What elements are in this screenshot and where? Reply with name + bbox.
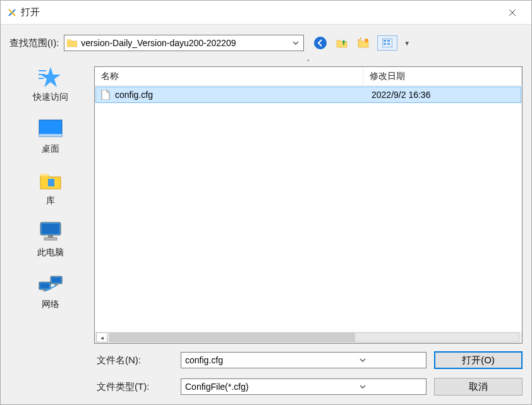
svg-rect-18 <box>39 134 62 136</box>
file-row[interactable]: config.cfg 2022/9/2 16:36 <box>95 87 521 103</box>
place-quick-access[interactable]: 快速访问 <box>33 65 68 103</box>
horizontal-scrollbar[interactable]: ◂ <box>95 332 522 343</box>
file-icon <box>100 89 111 100</box>
place-network[interactable]: 网络 <box>38 272 63 310</box>
column-date[interactable]: 修改日期 <box>363 67 522 85</box>
filename-label: 文件名(N): <box>94 354 173 366</box>
svg-rect-30 <box>54 284 57 286</box>
svg-point-6 <box>365 39 368 42</box>
place-label: 网络 <box>42 299 59 310</box>
place-libraries[interactable]: 库 <box>38 169 63 207</box>
look-in-row: 查找范围(I): version-Daily_Version-dayu200-2… <box>9 31 523 55</box>
column-name[interactable]: 名称 <box>95 67 363 85</box>
toolbar-buttons: ▼ <box>313 35 410 51</box>
svg-rect-26 <box>40 283 50 288</box>
sort-indicator: ˄ <box>94 59 523 66</box>
svg-rect-11 <box>387 40 390 42</box>
svg-rect-4 <box>67 39 71 40</box>
place-label: 桌面 <box>42 143 59 155</box>
view-button[interactable] <box>377 35 397 51</box>
chevron-down-icon <box>291 38 301 48</box>
filetype-label: 文件类型(T): <box>94 381 173 393</box>
filename-value: config.cfg <box>185 355 304 365</box>
place-this-pc[interactable]: 此电脑 <box>37 221 64 258</box>
back-icon <box>313 36 327 50</box>
folder-icon <box>67 39 77 47</box>
scroll-thumb[interactable] <box>109 333 355 342</box>
look-in-combo[interactable]: version-Daily_Version-dayu200-202209 <box>64 35 304 51</box>
look-in-value: version-Daily_Version-dayu200-202209 <box>81 38 287 48</box>
up-button[interactable] <box>334 35 349 51</box>
svg-rect-22 <box>42 224 59 234</box>
file-name: config.cfg <box>115 90 368 100</box>
svg-rect-24 <box>44 238 57 240</box>
new-folder-button[interactable] <box>356 35 371 51</box>
close-icon <box>509 9 516 16</box>
up-folder-icon <box>336 37 348 49</box>
svg-rect-19 <box>40 174 48 176</box>
svg-point-5 <box>314 37 327 49</box>
file-list-area: ˄ 名称 修改日期 <box>94 59 523 397</box>
place-label: 库 <box>46 195 55 207</box>
svg-rect-20 <box>48 179 54 186</box>
place-label: 快速访问 <box>33 92 68 103</box>
bottom-controls: 文件名(N): config.cfg 打开(O) 文件类型(T): Config… <box>94 350 523 397</box>
svg-rect-10 <box>384 40 386 42</box>
desktop-icon <box>38 117 63 141</box>
filetype-select[interactable]: ConfigFile(*.cfg) <box>181 378 426 395</box>
view-icon <box>382 39 392 47</box>
place-desktop[interactable]: 桌面 <box>38 117 63 155</box>
svg-rect-13 <box>387 43 390 45</box>
new-folder-icon <box>357 37 370 49</box>
svg-rect-7 <box>360 38 361 39</box>
places-sidebar: 快速访问 桌面 <box>9 59 92 397</box>
svg-rect-29 <box>52 277 61 282</box>
svg-rect-8 <box>358 39 360 40</box>
open-file-dialog: 打开 查找范围(I): version-Daily_Version-dayu20… <box>0 0 532 405</box>
titlebar: 打开 <box>1 1 531 25</box>
scroll-left-button[interactable]: ◂ <box>96 332 107 342</box>
middle-area: 快速访问 桌面 <box>9 59 523 397</box>
filetype-value: ConfigFile(*.cfg) <box>185 382 304 392</box>
file-date: 2022/9/2 16:36 <box>368 90 430 100</box>
app-icon <box>7 8 17 18</box>
cancel-button[interactable]: 取消 <box>434 378 523 396</box>
look-in-label: 查找范围(I): <box>9 37 59 49</box>
svg-rect-12 <box>384 43 386 45</box>
libraries-icon <box>38 169 63 193</box>
dialog-body: 查找范围(I): version-Daily_Version-dayu200-2… <box>1 25 531 404</box>
chevron-down-icon <box>304 355 423 365</box>
list-body: config.cfg 2022/9/2 16:36 <box>95 86 522 332</box>
network-icon <box>38 272 63 296</box>
scroll-track[interactable] <box>109 332 519 342</box>
view-dropdown-arrow[interactable]: ▼ <box>404 40 410 47</box>
chevron-down-icon <box>304 382 423 392</box>
filename-input[interactable]: config.cfg <box>181 352 426 368</box>
list-header: 名称 修改日期 <box>95 67 522 86</box>
back-button[interactable] <box>313 35 328 51</box>
svg-rect-23 <box>48 235 53 238</box>
this-pc-icon <box>38 221 63 245</box>
file-list[interactable]: 名称 修改日期 config.cfg 2022 <box>94 66 523 344</box>
quick-access-icon <box>38 65 63 89</box>
window-title: 打开 <box>21 6 499 18</box>
place-label: 此电脑 <box>37 247 64 258</box>
open-button[interactable]: 打开(O) <box>434 351 523 369</box>
close-button[interactable] <box>499 3 526 22</box>
